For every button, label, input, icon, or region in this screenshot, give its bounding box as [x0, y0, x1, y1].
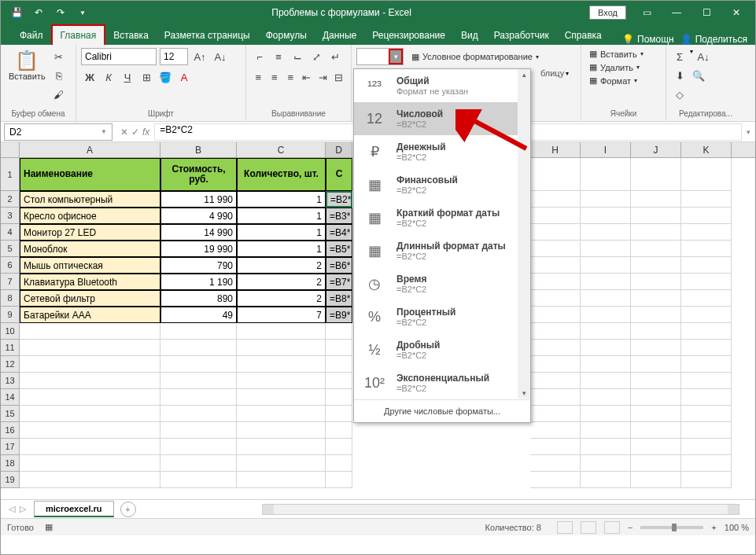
format-option[interactable]: 10² Экспоненциальный=B2*C2: [354, 366, 530, 399]
cell[interactable]: [631, 191, 681, 208]
cell[interactable]: [631, 224, 681, 241]
cell[interactable]: [326, 340, 352, 356]
font-size-combo[interactable]: 12: [160, 48, 188, 65]
cell[interactable]: [581, 455, 631, 472]
ribbon-display-icon[interactable]: ▭: [632, 2, 661, 24]
cell[interactable]: [581, 224, 631, 241]
cell[interactable]: =B7*: [326, 274, 352, 290]
cell[interactable]: [237, 356, 326, 373]
cell[interactable]: [530, 241, 581, 257]
cell[interactable]: 790: [160, 257, 237, 274]
italic-icon[interactable]: К: [100, 68, 117, 86]
cell[interactable]: [631, 389, 681, 406]
formula-expand-icon[interactable]: ▾: [742, 128, 755, 136]
cell[interactable]: [20, 340, 160, 356]
cell[interactable]: [681, 356, 732, 373]
cell[interactable]: [20, 389, 160, 406]
add-sheet-button[interactable]: +: [120, 502, 136, 517]
cell[interactable]: [681, 257, 732, 274]
cell[interactable]: 49: [160, 307, 237, 323]
cell[interactable]: [530, 373, 581, 389]
cell[interactable]: [581, 257, 631, 274]
zoom-slider[interactable]: [640, 526, 703, 529]
cell[interactable]: Батарейки AAA: [20, 307, 160, 323]
row-header[interactable]: 7: [1, 274, 20, 290]
redo-icon[interactable]: ↷: [51, 3, 70, 22]
format-option[interactable]: ▦ Краткий формат даты=B2*C2: [354, 201, 530, 234]
font-name-combo[interactable]: Calibri: [81, 48, 157, 65]
cell[interactable]: [20, 323, 160, 340]
indent-inc-icon[interactable]: ⇥: [315, 68, 330, 86]
login-button[interactable]: Вход: [589, 6, 626, 20]
cell[interactable]: [237, 406, 326, 422]
select-all-corner[interactable]: [1, 142, 20, 157]
cell[interactable]: [631, 356, 681, 373]
cell[interactable]: [581, 208, 631, 224]
cell[interactable]: [20, 422, 160, 439]
close-icon[interactable]: ✕: [722, 2, 750, 24]
macro-record-icon[interactable]: ▦: [45, 522, 53, 532]
more-formats-button[interactable]: Другие числовые форматы...: [354, 399, 530, 422]
cell[interactable]: [631, 323, 681, 340]
cell[interactable]: 1: [237, 191, 326, 208]
cell[interactable]: 1: [237, 208, 326, 224]
cell[interactable]: [581, 373, 631, 389]
sheet-nav-prev-icon[interactable]: ◁: [9, 504, 15, 514]
row-header[interactable]: 13: [1, 373, 20, 389]
cell[interactable]: 2: [237, 274, 326, 290]
cell[interactable]: [20, 373, 160, 389]
cell[interactable]: [581, 241, 631, 257]
cell[interactable]: =B3*: [326, 208, 352, 224]
orientation-icon[interactable]: ⤢: [308, 48, 325, 65]
cell[interactable]: [237, 323, 326, 340]
cell[interactable]: [681, 472, 732, 488]
row-header[interactable]: 9: [1, 307, 20, 323]
cell[interactable]: [530, 191, 581, 208]
cell[interactable]: Клавиатура Bluetooth: [20, 274, 160, 290]
page-break-view-icon[interactable]: [604, 521, 620, 534]
indent-dec-icon[interactable]: ⇤: [300, 68, 315, 86]
dropdown-scrollbar[interactable]: ▴▾: [518, 69, 530, 399]
cell[interactable]: [581, 323, 631, 340]
name-box[interactable]: D2▼: [4, 123, 112, 141]
cell[interactable]: [631, 158, 681, 191]
autosum-icon[interactable]: Σ: [671, 48, 688, 65]
cell[interactable]: [631, 406, 681, 422]
tab-help[interactable]: Справка: [557, 26, 610, 45]
cell[interactable]: [681, 406, 732, 422]
col-header[interactable]: A: [20, 142, 160, 157]
cell[interactable]: 890: [160, 290, 237, 307]
merge-icon[interactable]: ⊟: [332, 68, 347, 86]
cell[interactable]: [160, 422, 237, 439]
cell[interactable]: Кресло офисное: [20, 208, 160, 224]
cell[interactable]: Моноблок: [20, 241, 160, 257]
wrap-text-icon[interactable]: ↵: [326, 48, 344, 65]
sort-filter-icon[interactable]: A↓: [695, 48, 712, 65]
tab-data[interactable]: Данные: [315, 26, 364, 45]
cell[interactable]: Стоимость, руб.: [160, 158, 237, 191]
format-option[interactable]: ½ Дробный=B2*C2: [354, 333, 530, 366]
cell[interactable]: [681, 439, 732, 455]
cell[interactable]: [631, 455, 681, 472]
cell[interactable]: 11 990: [160, 191, 237, 208]
cell[interactable]: =B5*: [326, 241, 352, 257]
cell[interactable]: [530, 389, 581, 406]
number-format-combo[interactable]: ▾: [356, 48, 404, 65]
row-header[interactable]: 8: [1, 290, 20, 307]
cell[interactable]: [160, 439, 237, 455]
cell[interactable]: [581, 158, 631, 191]
cell[interactable]: [581, 422, 631, 439]
tab-view[interactable]: Вид: [453, 26, 486, 45]
col-header[interactable]: J: [631, 142, 681, 157]
cell[interactable]: 14 990: [160, 224, 237, 241]
cell[interactable]: Стол компьютерный: [20, 191, 160, 208]
bold-icon[interactable]: Ж: [81, 68, 98, 86]
cell[interactable]: [631, 472, 681, 488]
cell[interactable]: [631, 422, 681, 439]
cell[interactable]: Мышь оптическая: [20, 257, 160, 274]
border-icon[interactable]: ⊞: [138, 68, 155, 86]
cell[interactable]: [20, 455, 160, 472]
cell[interactable]: [326, 323, 352, 340]
cell[interactable]: [530, 323, 581, 340]
cell[interactable]: [631, 274, 681, 290]
